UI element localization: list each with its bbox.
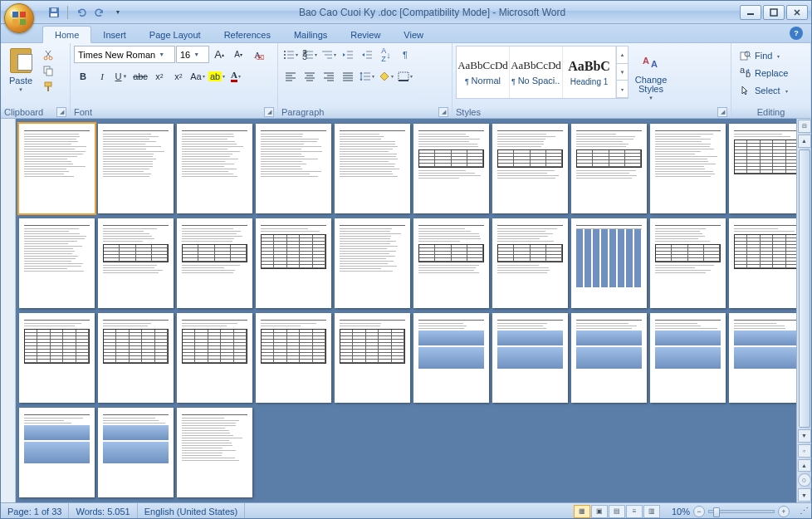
subscript-button[interactable]: x2	[150, 67, 169, 85]
browse-object-button[interactable]: ◦	[798, 444, 811, 458]
page-thumbnail[interactable]	[98, 313, 174, 403]
show-hide-button[interactable]: ¶	[396, 46, 414, 63]
highlight-button[interactable]: ab▾	[208, 67, 226, 85]
find-button[interactable]: Find ▾	[736, 47, 791, 64]
page-thumbnail[interactable]	[650, 124, 726, 213]
style-no-spacing[interactable]: AaBbCcDd ¶ No Spaci...	[510, 47, 563, 98]
grow-font-icon[interactable]: A▴	[210, 46, 228, 63]
sort-button[interactable]: AZ↓	[377, 46, 395, 63]
strikethrough-button[interactable]: abc	[131, 67, 149, 85]
paste-button[interactable]: Paste ▼	[4, 46, 37, 94]
save-icon[interactable]	[47, 6, 61, 19]
page-thumbnail[interactable]	[177, 408, 252, 497]
page-thumbnail[interactable]	[256, 313, 331, 403]
vertical-scrollbar[interactable]: ⊟ ▲ ▼ ◦ ▲ ○ ▼	[796, 119, 811, 502]
ruler-toggle[interactable]: ⊟	[798, 120, 811, 133]
close-button[interactable]	[786, 5, 808, 20]
status-words[interactable]: Words: 5.051	[69, 503, 137, 519]
font-color-button[interactable]: A▾	[227, 67, 245, 85]
zoom-percent[interactable]: 10%	[672, 507, 690, 517]
tab-insert[interactable]: Insert	[91, 27, 138, 42]
zoom-slider-thumb[interactable]	[713, 507, 720, 517]
outline-view[interactable]: ≡	[626, 505, 643, 518]
page-thumbnail[interactable]	[729, 218, 796, 308]
page-thumbnail[interactable]	[177, 218, 252, 308]
qat-customize-icon[interactable]: ▼	[111, 6, 125, 19]
page-thumbnail[interactable]	[256, 218, 331, 308]
scroll-thumb[interactable]	[799, 149, 810, 428]
page-thumbnail[interactable]	[413, 313, 489, 403]
clear-formatting-icon[interactable]: A⌫	[248, 46, 267, 63]
page-thumbnail[interactable]	[98, 408, 174, 497]
cut-icon[interactable]	[41, 48, 56, 61]
page-thumbnail[interactable]	[177, 124, 252, 213]
web-layout-view[interactable]: ▤	[609, 505, 625, 518]
numbering-button[interactable]: 123▾	[301, 46, 319, 63]
bullets-button[interactable]: ▾	[281, 46, 300, 63]
page-thumbnail[interactable]	[98, 218, 174, 308]
draft-view[interactable]: ▥	[643, 505, 660, 518]
tab-view[interactable]: View	[392, 27, 435, 42]
page-thumbnail[interactable]	[335, 124, 410, 213]
status-language[interactable]: English (United States)	[138, 503, 246, 519]
underline-button[interactable]: U▼	[112, 67, 130, 85]
page-thumbnail[interactable]	[729, 124, 796, 213]
undo-icon[interactable]	[75, 6, 88, 19]
scroll-up-button[interactable]: ▲	[798, 135, 811, 148]
page-thumbnail[interactable]	[413, 218, 489, 308]
tab-page-layout[interactable]: Page Layout	[138, 27, 213, 42]
status-page[interactable]: Page: 1 of 33	[1, 503, 69, 519]
style-normal[interactable]: AaBbCcDd ¶ Normal	[457, 47, 510, 98]
maximize-button[interactable]	[763, 5, 785, 20]
page-thumbnail[interactable]	[19, 218, 95, 308]
style-heading1[interactable]: AaBbC Heading 1	[563, 47, 616, 98]
bold-button[interactable]: B	[74, 67, 92, 85]
page-thumbnail[interactable]	[19, 408, 95, 497]
page-thumbnail[interactable]	[492, 124, 568, 213]
tab-review[interactable]: Review	[339, 27, 392, 42]
align-right-button[interactable]	[320, 67, 338, 85]
change-case-button[interactable]: Aa▾	[188, 67, 207, 85]
help-icon[interactable]: ?	[790, 27, 803, 40]
print-layout-view[interactable]: ▦	[574, 505, 590, 518]
styles-gallery[interactable]: AaBbCcDd ¶ Normal AaBbCcDd ¶ No Spaci...…	[456, 46, 629, 99]
page-thumbnail[interactable]	[335, 313, 410, 403]
page-thumbnail[interactable]	[650, 218, 726, 308]
next-page-button[interactable]: ▼	[798, 488, 811, 502]
scroll-down-button[interactable]: ▼	[798, 429, 811, 443]
multilevel-list-button[interactable]: ▾	[320, 46, 338, 63]
tab-home[interactable]: Home	[42, 26, 91, 43]
pages-viewport[interactable]	[16, 119, 796, 502]
minimize-button[interactable]	[740, 5, 761, 20]
page-thumbnail[interactable]	[19, 313, 95, 403]
page-thumbnail[interactable]	[256, 124, 331, 213]
shading-button[interactable]: ▾	[377, 67, 395, 85]
page-thumbnail[interactable]	[571, 218, 647, 308]
justify-button[interactable]	[339, 67, 357, 85]
font-launcher[interactable]: ◢	[264, 107, 274, 117]
align-left-button[interactable]	[281, 67, 300, 85]
office-button[interactable]	[1, 1, 36, 24]
page-thumbnail[interactable]	[571, 124, 647, 213]
page-thumbnail[interactable]	[19, 124, 95, 213]
align-center-button[interactable]	[301, 67, 319, 85]
zoom-slider[interactable]	[708, 510, 775, 513]
page-thumbnail[interactable]	[650, 313, 726, 403]
tab-references[interactable]: References	[213, 27, 282, 42]
font-family-combo[interactable]: Times New Roman▼	[74, 46, 175, 63]
prev-page-button[interactable]: ▲	[798, 459, 811, 472]
zoom-in-button[interactable]: +	[778, 506, 790, 517]
page-thumbnail[interactable]	[98, 124, 174, 213]
page-thumbnail[interactable]	[177, 313, 252, 403]
superscript-button[interactable]: x2	[169, 67, 188, 85]
increase-indent-button[interactable]	[358, 46, 376, 63]
paragraph-launcher[interactable]: ◢	[438, 107, 448, 117]
page-thumbnail[interactable]	[492, 218, 568, 308]
page-thumbnail[interactable]	[492, 313, 568, 403]
decrease-indent-button[interactable]	[339, 46, 357, 63]
borders-button[interactable]: ▾	[396, 67, 414, 85]
page-thumbnail[interactable]	[335, 218, 410, 308]
font-size-combo[interactable]: 16▼	[176, 46, 209, 63]
tab-mailings[interactable]: Mailings	[282, 27, 339, 42]
redo-icon[interactable]	[93, 6, 106, 19]
